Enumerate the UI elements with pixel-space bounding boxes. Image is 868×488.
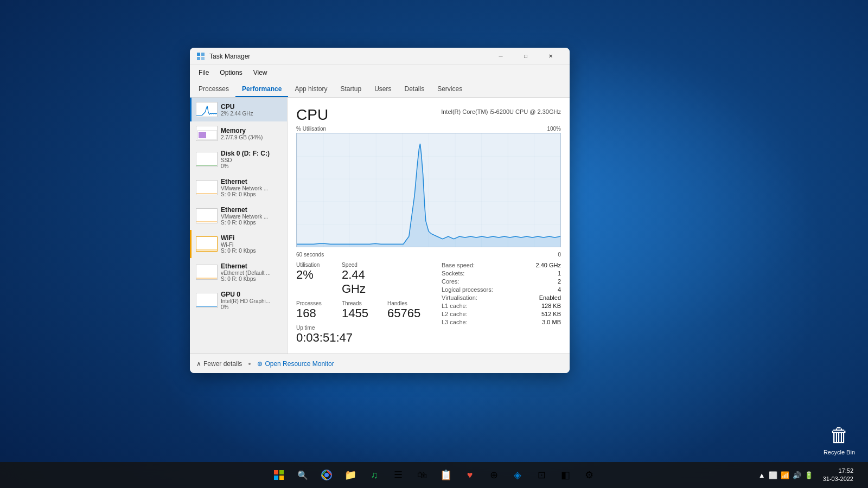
wifi-thumb [196, 236, 218, 252]
threads-stat: Threads 1455 [342, 300, 383, 320]
taskbar-right: ▲ ⬜ 📶 🔊 🔋 17:52 31-03-2022 [755, 467, 864, 484]
ethernet3-detail2: S: 0 R: 0 Kbps [221, 276, 283, 282]
fewer-details-button[interactable]: ∧ Fewer details [196, 360, 242, 368]
stickynotes-button[interactable]: 📋 [435, 464, 457, 486]
tabbar: Processes Performance App history Startu… [190, 80, 570, 98]
proc-stat-value: 168 [296, 306, 337, 320]
cores-row: Cores: 2 [442, 278, 561, 285]
clock-date: 31-03-2022 [823, 475, 853, 483]
tab-startup[interactable]: Startup [334, 82, 368, 97]
maximize-button[interactable]: □ [513, 48, 538, 65]
ethernet1-thumb [196, 180, 218, 195]
gpu-thumb [196, 293, 218, 308]
tab-processes[interactable]: Processes [192, 82, 235, 97]
start-button[interactable] [268, 464, 290, 486]
memory-detail: 2.7/7.9 GB (34%) [221, 134, 283, 140]
memory-thumb [196, 126, 218, 141]
taskmanager-icon [196, 52, 205, 61]
vscode-button[interactable]: ◈ [507, 464, 528, 486]
store-button[interactable]: 🛍 [411, 464, 433, 486]
menu-view[interactable]: View [249, 67, 272, 79]
app-heart-button[interactable]: ♥ [459, 464, 481, 486]
open-resource-button[interactable]: ⊕ Open Resource Monitor [257, 360, 334, 368]
l1-val: 128 KB [541, 303, 561, 309]
sockets-val: 1 [558, 270, 561, 277]
cores-key: Cores: [442, 278, 459, 285]
tab-performance[interactable]: Performance [235, 82, 288, 97]
app-screen-button[interactable]: ◧ [554, 464, 576, 486]
sidebar-item-ethernet3[interactable]: Ethernet vEthernet (Default ... S: 0 R: … [190, 258, 287, 286]
handles-stat-label: Handles [387, 300, 429, 306]
sidebar-item-memory[interactable]: Memory 2.7/7.9 GB (34%) [190, 121, 287, 145]
titlebar: Task Manager ─ □ ✕ [190, 48, 570, 65]
tab-details[interactable]: Details [398, 82, 431, 97]
tab-services[interactable]: Services [431, 82, 469, 97]
threads-stat-value: 1455 [342, 306, 383, 320]
svg-rect-2 [197, 57, 200, 60]
menu-options[interactable]: Options [215, 67, 246, 79]
disk-thumb [196, 152, 218, 167]
ethernet1-name: Ethernet [221, 178, 283, 185]
disk-detail: SSD [221, 157, 283, 163]
ethernet2-detail2: S: 0 R: 0 Kbps [221, 220, 283, 226]
chrome-button[interactable] [316, 464, 337, 486]
svg-rect-17 [274, 476, 278, 480]
resource-icon: ⊕ [257, 360, 263, 368]
gpu-detail1: Intel(R) HD Graphi... [221, 298, 283, 304]
l3-val: 3.0 MB [542, 319, 561, 325]
app-box-button[interactable]: ⊡ [531, 464, 552, 486]
close-button[interactable]: ✕ [538, 48, 563, 65]
explorer-button[interactable]: 📁 [340, 464, 361, 486]
sidebar-item-wifi[interactable]: WiFi Wi-Fi S: 0 R: 0 Kbps [190, 230, 287, 258]
spotify-button[interactable]: ♫ [363, 464, 385, 486]
base-speed-row: Base speed: 2.40 GHz [442, 262, 561, 268]
wifi-label: WiFi Wi-Fi S: 0 R: 0 Kbps [221, 234, 283, 254]
tray-network[interactable]: 📶 [780, 471, 790, 479]
cpu-full-name: Intel(R) Core(TM) i5-6200U CPU @ 2.30GHz [441, 108, 561, 115]
tab-app-history[interactable]: App history [288, 82, 334, 97]
speed-stat: Speed 2.44 GHz [342, 262, 383, 296]
bottom-bar: ∧ Fewer details ⊕ Open Resource Monitor [190, 354, 570, 373]
sockets-row: Sockets: 1 [442, 270, 561, 277]
tray-expand[interactable]: ▲ [757, 471, 767, 479]
virt-key: Virtualisation: [442, 294, 477, 301]
recycle-bin[interactable]: 🗑 Recycle Bin [824, 424, 855, 455]
utilisation-stat: Utilisation 2% [296, 262, 337, 296]
system-tray: ▲ ⬜ 📶 🔊 🔋 [755, 471, 816, 479]
tray-volume[interactable]: 🔊 [792, 471, 802, 479]
cpu-name: CPU [221, 103, 283, 111]
tray-monitor[interactable]: ⬜ [768, 471, 778, 479]
taskbar-clock[interactable]: 17:52 31-03-2022 [819, 467, 858, 484]
sidebar-item-ethernet1[interactable]: Ethernet VMware Network ... S: 0 R: 0 Kb… [190, 174, 287, 202]
tab-users[interactable]: Users [368, 82, 398, 97]
ethernet3-thumb [196, 265, 218, 280]
minimize-button[interactable]: ─ [488, 48, 513, 65]
svg-rect-12 [196, 293, 217, 307]
settings-button[interactable]: ⚙ [578, 464, 600, 486]
sidebar: CPU 2% 2.44 GHz Memory [190, 98, 288, 354]
search-button[interactable]: 🔍 [292, 464, 314, 486]
cpu-thumb [196, 102, 218, 117]
taskbar: 🔍 📁 ♫ ☰ 🛍 📋 ♥ ⊕ ◈ ⊡ ◧ ⚙ [0, 462, 868, 488]
sidebar-item-ethernet2[interactable]: Ethernet VMware Network ... S: 0 R: 0 Kb… [190, 202, 287, 230]
detail-panel: CPU Intel(R) Core(TM) i5-6200U CPU @ 2.3… [288, 98, 570, 354]
sidebar-item-cpu[interactable]: CPU 2% 2.44 GHz [190, 98, 287, 121]
virt-val: Enabled [539, 294, 561, 301]
speed-stat-label: Speed [342, 262, 383, 268]
svg-rect-1 [201, 53, 205, 56]
separator [248, 363, 251, 365]
open-resource-label: Open Resource Monitor [265, 360, 334, 368]
l3-row: L3 cache: 3.0 MB [442, 319, 561, 325]
uptime-value: 0:03:51:47 [296, 331, 429, 345]
tray-battery[interactable]: 🔋 [803, 471, 814, 479]
teams-button[interactable]: ☰ [387, 464, 409, 486]
menu-file[interactable]: File [194, 67, 213, 79]
speed-stat-value: 2.44 GHz [342, 268, 383, 296]
sidebar-item-disk[interactable]: Disk 0 (D: F: C:) SSD 0% [190, 145, 287, 174]
task-manager-window: Task Manager ─ □ ✕ File Options View Pro… [190, 48, 570, 373]
recycle-bin-icon: 🗑 [829, 424, 849, 447]
menubar: File Options View [190, 65, 570, 80]
app-cross-button[interactable]: ⊕ [483, 464, 505, 486]
sidebar-item-gpu[interactable]: GPU 0 Intel(R) HD Graphi... 0% [190, 286, 287, 314]
left-stats: Utilisation 2% Speed 2.44 GHz Processes … [296, 262, 429, 345]
